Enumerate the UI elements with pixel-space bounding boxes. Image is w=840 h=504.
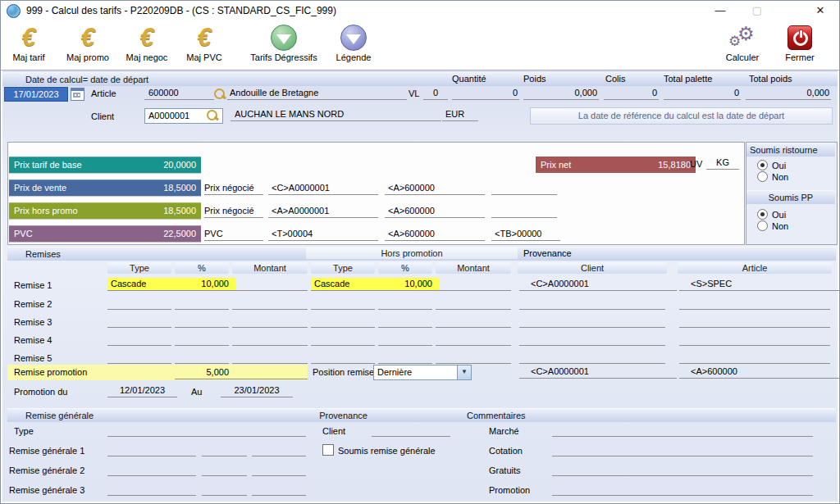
remise3-pct1[interactable] — [175, 315, 229, 328]
article-code-input[interactable]: 600000 — [144, 87, 214, 100]
maj-tarif-button[interactable]: € Maj tarif — [6, 23, 52, 62]
maximize-button[interactable]: ▢ — [743, 1, 771, 20]
promotion-from-input[interactable]: 12/01/2023 — [107, 384, 177, 397]
promotion-to-input[interactable]: 23/01/2023 — [221, 384, 293, 397]
poids-input[interactable]: 0,000 — [523, 87, 599, 100]
colis-input[interactable]: 0 — [604, 87, 659, 100]
remise4-mnt1[interactable] — [232, 333, 308, 346]
quantite-input[interactable]: 0 — [452, 87, 519, 100]
position-remise-dropdown[interactable]: Dernière ▼ — [373, 365, 472, 380]
pvc-tb-field[interactable]: <TB>00000 — [491, 228, 560, 241]
remise-promotion-article[interactable]: <A>600000 — [679, 366, 840, 379]
total-poids-input[interactable]: 0,000 — [746, 87, 831, 100]
legende-button[interactable]: Légende — [329, 23, 378, 62]
remise3-pct2[interactable] — [378, 315, 432, 328]
remise-generale3-f2[interactable] — [202, 483, 247, 496]
remise1-type1[interactable]: Cascade — [107, 278, 175, 291]
remise4-type1[interactable] — [107, 333, 171, 346]
vl-input[interactable]: 0 — [423, 87, 448, 100]
remise-generale1-f1[interactable] — [107, 443, 196, 456]
prix-negocie-client-2[interactable]: <A>A0000001 — [268, 205, 378, 218]
pp-oui-radio[interactable]: Oui — [757, 209, 786, 220]
maj-negoc-button[interactable]: € Maj negoc — [121, 23, 173, 62]
pvc-article-field[interactable]: <A>600000 — [385, 228, 485, 241]
remise-generale1-f3[interactable] — [252, 443, 306, 456]
prix-negocie-extra-1[interactable] — [491, 182, 557, 195]
remise2-type2[interactable] — [311, 297, 375, 310]
remise3-article[interactable] — [679, 315, 830, 328]
generale-type-input[interactable] — [107, 424, 306, 437]
prix-negocie-article-2[interactable]: <A>600000 — [385, 205, 485, 218]
client-search-icon[interactable] — [207, 110, 217, 120]
remise1-article[interactable]: <S>SPEC — [679, 278, 840, 291]
fermer-button[interactable]: Fermer — [778, 23, 821, 62]
remise-generale3-f1[interactable] — [107, 483, 196, 496]
remise5-client[interactable] — [519, 351, 665, 364]
pvc-tarif-field[interactable]: <T>00004 — [268, 228, 378, 241]
remise2-pct1[interactable] — [175, 297, 229, 310]
remise4-article[interactable] — [679, 333, 830, 346]
remise5-type1[interactable] — [107, 351, 171, 364]
prix-negocie-article-1[interactable]: <A>600000 — [385, 182, 485, 195]
remise2-mnt1[interactable] — [232, 297, 308, 310]
remise2-type1[interactable] — [107, 297, 171, 310]
remise5-pct2[interactable] — [378, 351, 432, 364]
remise2-client[interactable] — [519, 297, 665, 310]
remise3-type1[interactable] — [107, 315, 171, 328]
tarifs-degressifs-button[interactable]: Tarifs Dégressifs — [240, 23, 327, 62]
calendar-icon[interactable] — [71, 88, 84, 101]
remise2-pct2[interactable] — [378, 297, 432, 310]
prix-negocie-extra-2[interactable] — [491, 205, 557, 218]
remise1-mnt1[interactable] — [232, 278, 308, 291]
pp-non-radio[interactable]: Non — [757, 220, 788, 231]
marche-input[interactable] — [552, 424, 813, 437]
remise3-client[interactable] — [519, 315, 665, 328]
remise-generale1-f2[interactable] — [202, 443, 247, 456]
remise5-type2[interactable] — [311, 351, 375, 364]
generale-client-input[interactable] — [372, 424, 450, 437]
minimize-button[interactable]: — — [706, 1, 734, 20]
ristourne-non-radio[interactable]: Non — [757, 171, 788, 182]
col-montant-2: Montant — [436, 262, 511, 274]
date-calcul-input[interactable]: 17/01/2023 — [4, 87, 68, 102]
remise-generale2-f2[interactable] — [202, 463, 247, 476]
maj-promo-button[interactable]: € Maj promo — [62, 23, 114, 62]
remise4-mnt2[interactable] — [436, 333, 511, 346]
remise1-pct1[interactable]: 10,000 — [175, 278, 235, 291]
remise2-article[interactable] — [679, 297, 830, 310]
remise4-pct2[interactable] — [378, 333, 432, 346]
remise1-pct2[interactable]: 10,000 — [378, 278, 439, 291]
ristourne-oui-radio[interactable]: Oui — [757, 160, 786, 170]
prix-negocie-client-1[interactable]: <C>A0000001 — [268, 182, 378, 195]
remise-generale3-f3[interactable] — [252, 483, 306, 496]
remise2-mnt2[interactable] — [436, 297, 511, 310]
remise3-type2[interactable] — [311, 315, 375, 328]
soumis-remise-generale-checkbox[interactable] — [322, 444, 334, 456]
remise5-pct1[interactable] — [175, 351, 229, 364]
maj-pvc-button[interactable]: € Maj PVC — [181, 23, 227, 62]
cotation-input[interactable] — [552, 443, 813, 456]
remise1-client[interactable]: <C>A0000001 — [519, 278, 677, 291]
remise3-mnt2[interactable] — [436, 315, 511, 328]
remise4-pct1[interactable] — [175, 333, 229, 346]
remise-generale2-f3[interactable] — [252, 463, 306, 476]
article-search-icon[interactable] — [214, 89, 225, 99]
remise-promotion-montant[interactable] — [232, 366, 308, 379]
remise4-client[interactable] — [519, 333, 665, 346]
remise1-type2[interactable]: Cascade — [311, 278, 378, 291]
calculer-button[interactable]: ⚙⚙ Calculer — [719, 23, 765, 62]
remise1-mnt2[interactable] — [436, 278, 511, 291]
remise-generale2-f1[interactable] — [107, 463, 196, 476]
close-button[interactable]: ✕ — [806, 1, 834, 20]
remise4-type2[interactable] — [311, 333, 375, 346]
remise3-mnt1[interactable] — [232, 315, 308, 328]
promotion-comment-input[interactable] — [552, 483, 813, 496]
remise5-article[interactable] — [679, 351, 830, 364]
gratuits-input[interactable] — [552, 463, 813, 476]
remise-promotion-client[interactable]: <C>A0000001 — [519, 366, 677, 379]
chevron-down-icon[interactable]: ▼ — [457, 366, 471, 379]
total-palette-input[interactable]: 0 — [664, 87, 741, 100]
remise5-mnt2[interactable] — [436, 351, 511, 364]
remise5-mnt1[interactable] — [232, 351, 308, 364]
remise-promotion-pct[interactable]: 5,000 — [175, 366, 235, 379]
